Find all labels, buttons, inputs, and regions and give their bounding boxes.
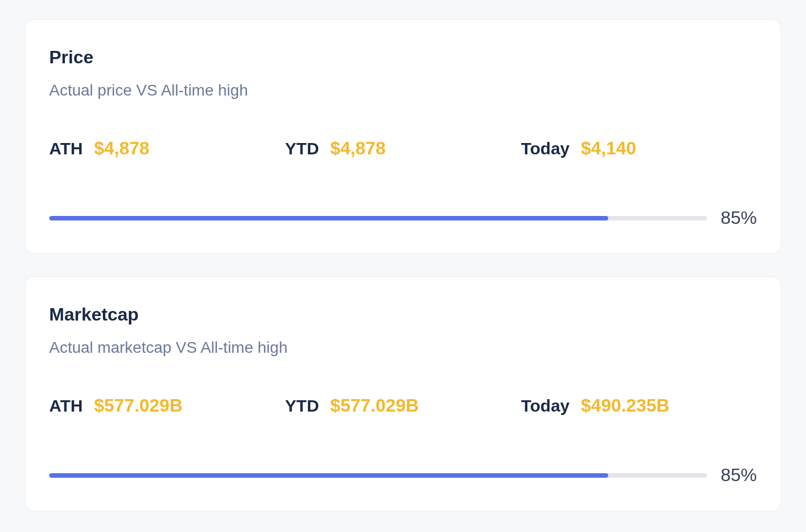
price-card-title: Price (49, 47, 757, 68)
progress-bar-fill (49, 216, 608, 220)
stat-label: Today (521, 396, 570, 416)
price-card: Price Actual price VS All-time high ATH … (25, 19, 781, 254)
marketcap-card: Marketcap Actual marketcap VS All-time h… (25, 276, 781, 511)
price-stat-ath: ATH $4,878 (49, 138, 285, 159)
progress-bar-fill (49, 473, 608, 478)
progress-bar-track (49, 473, 707, 478)
progress-bar-track (49, 216, 707, 220)
price-progress: 85% (49, 207, 757, 228)
stat-value: $577.029B (330, 395, 419, 416)
marketcap-stat-today: Today $490.235B (521, 395, 757, 416)
price-stat-today: Today $4,140 (521, 138, 757, 159)
marketcap-card-subtitle: Actual marketcap VS All-time high (49, 339, 757, 357)
stat-label: YTD (285, 139, 319, 158)
stat-label: ATH (49, 396, 83, 416)
marketcap-stat-ath: ATH $577.029B (49, 395, 285, 416)
progress-percent-label: 85% (721, 207, 757, 228)
stat-value: $4,140 (581, 138, 636, 159)
progress-percent-label: 85% (721, 465, 757, 486)
stat-value: $577.029B (94, 395, 183, 416)
price-stat-ytd: YTD $4,878 (285, 138, 521, 159)
stat-value: $490.235B (581, 395, 670, 416)
marketcap-progress: 85% (49, 465, 757, 486)
stat-label: YTD (285, 396, 319, 416)
price-stats-row: ATH $4,878 YTD $4,878 Today $4,140 (49, 138, 757, 159)
price-card-subtitle: Actual price VS All-time high (49, 81, 757, 100)
marketcap-stat-ytd: YTD $577.029B (285, 395, 521, 416)
marketcap-card-title: Marketcap (49, 304, 757, 325)
stat-value: $4,878 (330, 138, 385, 159)
stat-value: $4,878 (94, 138, 149, 159)
marketcap-stats-row: ATH $577.029B YTD $577.029B Today $490.2… (49, 395, 757, 416)
stat-label: Today (521, 139, 570, 158)
stat-label: ATH (49, 139, 83, 158)
